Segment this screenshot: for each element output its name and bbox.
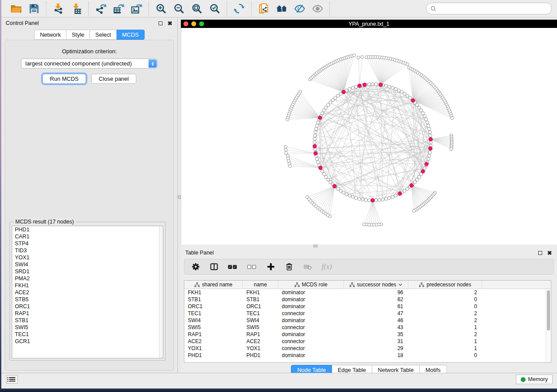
export-image-icon[interactable] [131, 3, 142, 14]
mcds-result-item[interactable]: PMA2 [12, 275, 163, 282]
column-header[interactable]: name [243, 281, 278, 289]
mcds-result-item[interactable]: ORC1 [12, 303, 163, 310]
column-header[interactable]: MCDS role [278, 281, 344, 289]
node-table[interactable]: shared namenameMCDS rolesuccessor nodesp… [184, 280, 551, 363]
mcds-result-item[interactable]: SRD1 [12, 268, 163, 275]
mcds-result-item[interactable]: TEC1 [12, 331, 163, 338]
tab-style[interactable]: Style [66, 30, 90, 40]
cytoscape-window: Control Panel ✖ Network Style Select MCD… [1, 0, 557, 389]
tab-select[interactable]: Select [90, 30, 117, 40]
mcds-result-item[interactable]: SWI4 [12, 261, 163, 268]
column-header[interactable]: shared name [184, 281, 243, 289]
mcds-result-item[interactable]: STP4 [12, 240, 163, 247]
tree-icon [194, 282, 200, 287]
home-pages-icon[interactable] [276, 3, 287, 14]
tab-network[interactable]: Network [34, 30, 66, 40]
task-list-icon [9, 377, 15, 382]
mcds-result-item[interactable]: ACE2 [12, 289, 163, 296]
table-row[interactable]: STB1STB1dominator620 [184, 296, 551, 303]
mcds-result-item[interactable]: STB5 [12, 296, 163, 303]
mcds-result-item[interactable]: CAR1 [12, 233, 163, 240]
open-folder-icon[interactable] [10, 3, 22, 14]
table-row[interactable]: SWI5SWI5connector431 [184, 324, 551, 331]
zoom-selected-icon[interactable] [209, 3, 221, 14]
table-row[interactable]: YOX1YOX1connector291 [184, 345, 551, 352]
mcds-result-item[interactable]: SWI5 [12, 324, 163, 331]
vertical-splitter[interactable] [178, 18, 181, 373]
search-field[interactable] [426, 3, 552, 14]
tree-icon [294, 282, 300, 287]
show-graphics-icon[interactable] [311, 3, 323, 14]
scrollbar-thumb[interactable] [547, 290, 550, 330]
zoom-out-icon[interactable] [173, 3, 185, 14]
settings-gear-icon[interactable] [191, 261, 200, 272]
create-column-icon[interactable] [266, 261, 275, 272]
mcds-result-items: PHD1CAR1STP4TID3YOX1SWI4SRD1PMA2FKH1ACE2… [12, 226, 163, 345]
splitter-handle[interactable] [178, 195, 181, 199]
export-table-icon[interactable] [113, 3, 125, 14]
deselect-all-icon[interactable] [247, 261, 257, 272]
memory-button[interactable]: Memory [516, 375, 553, 384]
function-builder-icon: f(x) [322, 261, 332, 272]
tab-mcds[interactable]: MCDS [117, 30, 144, 40]
run-mcds-button[interactable]: Run MCDS [42, 74, 86, 84]
network-title: YPA_prune.txt_1 [181, 21, 557, 27]
table-row[interactable]: RAP1RAP1dominator352 [184, 331, 551, 338]
show-columns-icon[interactable] [210, 261, 218, 272]
table-panel-title: Table Panel [185, 250, 214, 256]
mcds-result-list[interactable]: PHD1CAR1STP4TID3YOX1SWI4SRD1PMA2FKH1ACE2… [12, 226, 163, 358]
close-panel-icon[interactable]: ✖ [547, 250, 553, 256]
import-network-icon[interactable] [52, 3, 64, 14]
close-panel-icon[interactable]: ✖ [167, 20, 173, 26]
export-network-icon[interactable] [95, 3, 107, 14]
refresh-icon[interactable] [233, 3, 245, 14]
mcds-result-item[interactable]: GCR1 [12, 338, 163, 345]
close-panel-button[interactable]: Close panel [91, 74, 136, 84]
select-all-icon[interactable]: ✓✓ [228, 261, 238, 272]
mcds-list-scrollbar[interactable] [159, 226, 163, 358]
table-row[interactable]: ORC1ORC1dominator610 [184, 303, 551, 310]
mcds-result-item[interactable]: RAP1 [12, 310, 163, 317]
import-table-icon[interactable] [70, 3, 82, 14]
table-row[interactable]: ACE2ACE2connector311 [184, 338, 551, 345]
save-icon[interactable] [28, 3, 40, 14]
task-history-button[interactable] [6, 375, 18, 384]
control-panel: Control Panel ✖ Network Style Select MCD… [1, 18, 178, 373]
network-view-window: YPA_prune.txt_1 [181, 18, 557, 244]
search-input[interactable] [439, 6, 547, 12]
table-body: FKH1FKH1dominator962STB1STB1dominator620… [184, 289, 551, 359]
table-panel: Table Panel ✖ ✓✓ [181, 248, 557, 373]
table-header: shared namenameMCDS rolesuccessor nodesp… [184, 281, 551, 289]
column-header[interactable]: successor nodes [344, 281, 408, 289]
float-panel-icon[interactable] [157, 20, 163, 26]
hide-graphics-icon[interactable] [294, 3, 305, 14]
mcds-result-item[interactable]: PHD1 [12, 226, 163, 233]
table-scrollbar[interactable] [546, 289, 551, 362]
search-icon [430, 6, 436, 12]
tree-icon [349, 282, 355, 287]
table-row[interactable]: TEC1TEC1connector472 [184, 310, 551, 317]
zoom-in-icon[interactable] [155, 3, 167, 14]
table-row[interactable]: FKH1FKH1dominator962 [184, 289, 551, 296]
splitter-handle[interactable] [313, 244, 318, 248]
delete-column-icon[interactable] [285, 261, 294, 272]
table-row[interactable]: PHD1PHD1dominator180 [184, 352, 551, 359]
status-bar: Memory [1, 373, 557, 385]
criterion-select[interactable]: largest connected component (undirected)… [21, 58, 158, 69]
zoom-fit-icon[interactable] [191, 3, 203, 14]
mcds-result-item[interactable]: YOX1 [12, 254, 163, 261]
mcds-result-fieldset: MCDS result (17 nodes) PHD1CAR1STP4TID3Y… [10, 222, 166, 361]
mcds-result-item[interactable]: STB1 [12, 317, 163, 324]
float-panel-icon[interactable] [537, 250, 543, 256]
network-canvas[interactable] [181, 28, 557, 244]
mcds-result-item[interactable]: FKH1 [12, 282, 163, 289]
desktop-edge-bottom [0, 389, 557, 392]
memory-label: Memory [528, 376, 548, 382]
mcds-result-title: MCDS result (17 nodes) [14, 219, 76, 225]
mcds-result-item[interactable]: TID3 [12, 247, 163, 254]
horizontal-splitter[interactable] [181, 244, 557, 248]
column-header[interactable]: predecessor nodes [408, 281, 482, 289]
share-document-icon[interactable] [258, 3, 270, 14]
table-row[interactable]: SWI4SWI4dominator462 [184, 317, 551, 324]
select-stepper-icon: ▲▼ [149, 59, 157, 68]
